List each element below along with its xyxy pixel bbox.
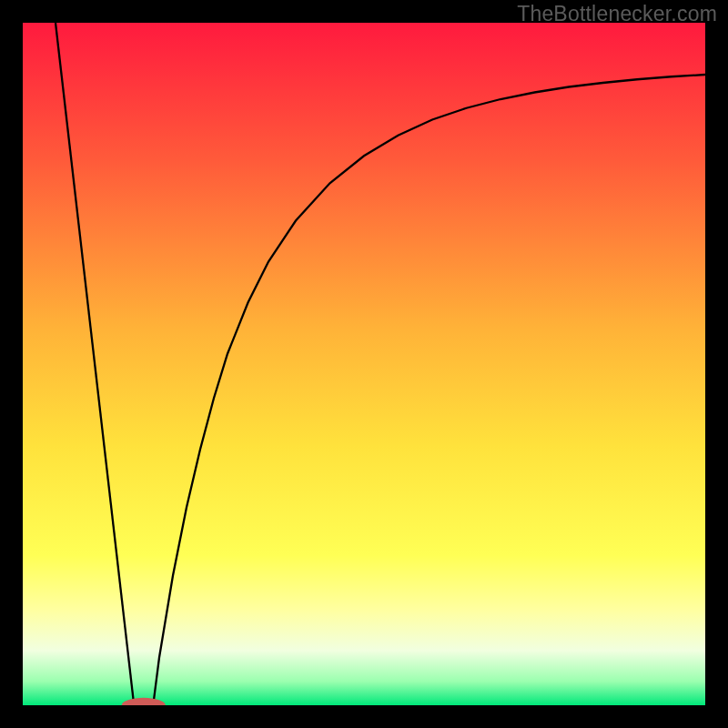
gradient-background (23, 23, 705, 705)
bottleneck-chart (23, 23, 705, 705)
watermark-text: TheBottleneсker.com (517, 2, 717, 26)
chart-frame: TheBottleneсker.com (0, 0, 728, 728)
